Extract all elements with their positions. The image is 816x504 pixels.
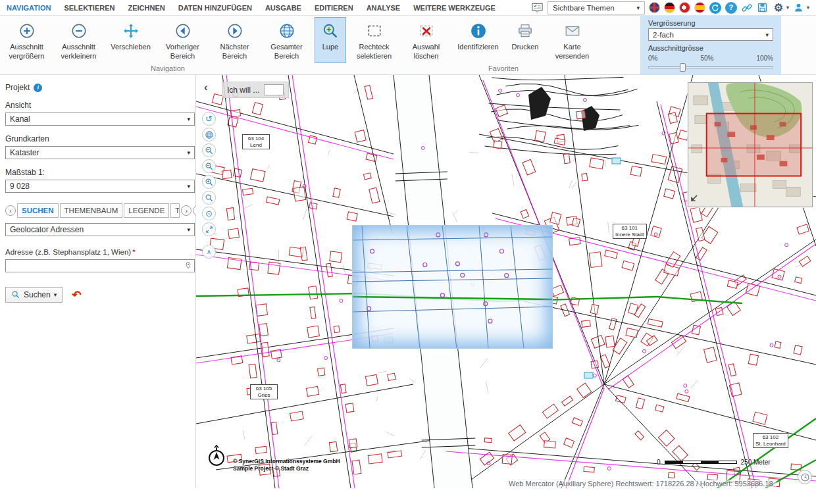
clear-selection-button[interactable]: Auswahl löschen (402, 17, 450, 63)
tab-legende[interactable]: LEGENDE (124, 203, 169, 218)
address-input[interactable] (5, 259, 195, 272)
full-extent-button[interactable]: Gesamter Bereich (263, 17, 311, 63)
scale-bar-segments (665, 461, 737, 464)
language-turkish-flag-icon[interactable] (679, 2, 690, 13)
project-header: Projekt i (5, 83, 193, 92)
tab-themenabfragen[interactable]: THEM (170, 203, 180, 218)
link-icon[interactable] (741, 2, 753, 14)
menu-tab-editieren[interactable]: EDITIEREN (315, 4, 353, 12)
expand-icon (205, 225, 214, 234)
select-rectangle-button[interactable]: Rechteck selektieren (350, 17, 398, 63)
globe-icon (278, 21, 295, 41)
language-spanish-flag-icon[interactable] (694, 2, 705, 13)
tabs-scroll-left-button[interactable]: ‹ (5, 205, 16, 216)
clear-selection-icon (418, 21, 435, 41)
chevron-down-icon: ▾ (187, 183, 190, 189)
chevron-down-icon: ▾ (636, 5, 640, 11)
menu-tab-weitere-werkzeuge[interactable]: WEITERE WERKZEUGE (413, 4, 496, 12)
magnifier-button[interactable]: Lupe (315, 17, 346, 63)
overview-toggle-icon[interactable] (690, 193, 699, 205)
left-panel: Projekt i Ansicht Kanal ▾ Grundkarten Ka… (0, 75, 196, 488)
slider-track (648, 66, 773, 68)
suchen-button[interactable]: Suchen ▾ (5, 287, 63, 303)
map-magnifier-button[interactable] (202, 191, 216, 205)
menu-tab-zeichnen[interactable]: ZEICHNEN (128, 4, 165, 12)
project-info-icon[interactable]: i (34, 84, 42, 92)
tab-suchen[interactable]: SUCHEN (17, 203, 59, 218)
tabs-scroll-right-button[interactable]: › (181, 205, 191, 216)
map-full-extent-button[interactable] (202, 128, 216, 141)
identify-info-icon (470, 21, 487, 41)
send-map-button[interactable]: Karte versenden (548, 17, 596, 63)
search-source-select[interactable]: Geolocator Adressen ▾ (5, 223, 195, 236)
zoom-in-icon (205, 178, 214, 187)
magnifier-settings-panel: Vergrösserung 2-fach ▾ Ausschnittgrösse … (640, 16, 781, 75)
tab-themenbaum[interactable]: THEMENBAUM (60, 203, 123, 218)
slider-tick-labels: 0% 50% 100% (648, 55, 773, 62)
visible-themes-dropdown[interactable]: Sichtbare Themen ▾ (548, 1, 645, 14)
print-button[interactable]: Drucken (506, 17, 544, 63)
map-zoom-out-button[interactable] (202, 143, 216, 157)
ansicht-select[interactable]: Kanal ▾ (5, 113, 195, 126)
map-zoom-in-button[interactable] (202, 175, 216, 189)
pan-icon (122, 21, 140, 41)
vergroesserung-select[interactable]: 2-fach ▾ (648, 28, 773, 41)
save-icon[interactable] (757, 2, 769, 14)
menu-tab-daten-hinzufuegen[interactable]: DATEN HINZUFÜGEN (178, 4, 252, 12)
menu-tab-selektieren[interactable]: SELEKTIEREN (64, 4, 115, 12)
language-german-flag-icon[interactable] (664, 2, 675, 13)
gear-icon[interactable]: ⚙ (773, 2, 784, 14)
user-menu-caret-icon[interactable]: ▾ (807, 5, 809, 11)
next-extent-button[interactable]: Nächster Bereich (211, 17, 259, 63)
map-center-button[interactable]: ⊙ (202, 207, 216, 220)
menu-tab-ausgabe[interactable]: AUSGABE (265, 4, 301, 12)
slider-thumb[interactable] (680, 63, 686, 72)
gear-menu-caret-icon[interactable]: ▾ (786, 5, 789, 11)
north-arrow-icon (207, 445, 226, 468)
button-label: Verschieben (111, 43, 151, 52)
ich-will-input[interactable] (264, 84, 284, 95)
help-icon[interactable]: ? (725, 2, 737, 14)
zoom-in-extent-button[interactable]: Ausschnitt vergrößern (3, 17, 51, 63)
zoom-out-icon (205, 146, 214, 155)
reset-view-button[interactable]: ↺ (202, 112, 216, 126)
reset-search-icon[interactable]: ↶ (72, 290, 81, 301)
language-english-flag-icon[interactable] (649, 2, 660, 13)
district-code: 63 101 (615, 225, 644, 232)
identify-button[interactable]: Identifizieren (454, 17, 502, 63)
search-actions: Suchen ▾ ↶ (5, 287, 193, 303)
button-label: Auswahl löschen (403, 43, 449, 61)
district-name: Innere Stadt (615, 232, 644, 238)
previous-extent-button[interactable]: Vorheriger Bereich (159, 17, 207, 63)
button-label: Ausschnitt vergrößern (4, 43, 49, 61)
menu-bar: NAVIGATION SELEKTIEREN ZEICHNEN DATEN HI… (0, 0, 816, 16)
user-icon[interactable] (793, 2, 805, 14)
collapse-sidebar-button[interactable]: ‹ (204, 82, 208, 93)
map-zoom-window-button[interactable] (202, 159, 216, 173)
ansicht-label: Ansicht (5, 101, 193, 110)
menu-tab-analyse[interactable]: ANALYSE (367, 4, 401, 12)
overview-map[interactable] (688, 82, 813, 207)
map-expand-button[interactable] (202, 222, 216, 236)
zoom-out-extent-button[interactable]: Ausschnitt verkleinern (55, 17, 103, 63)
pan-button[interactable]: Verschieben (107, 17, 155, 63)
ribbon-toolbar: Ausschnitt vergrößern Ausschnitt verklei… (0, 16, 816, 75)
grundkarten-select[interactable]: Kataster ▾ (5, 146, 195, 159)
ich-will-label: Ich will ... (227, 86, 259, 95)
chevron-down-icon: ▾ (54, 291, 57, 298)
map-scroll-up-button[interactable]: ∧ (202, 245, 216, 259)
massstab-select[interactable]: 9 028 ▾ (5, 180, 195, 193)
printer-icon (517, 21, 534, 41)
menu-tab-navigation[interactable]: NAVIGATION (7, 4, 51, 12)
ich-will-widget[interactable]: Ich will ... (222, 82, 289, 98)
sync-icon[interactable] (709, 2, 721, 14)
district-code: 63 105 (253, 386, 275, 392)
chevron-down-icon: ▾ (187, 226, 190, 233)
vergroesserung-label: Vergrösserung (648, 19, 773, 27)
history-clock-button[interactable] (798, 470, 812, 484)
district-label-gries: 63 105 Gries (250, 384, 278, 399)
ausschnittgroesse-slider[interactable] (648, 63, 773, 72)
address-pin-icon[interactable] (184, 261, 193, 272)
button-label: Vorheriger Bereich (160, 43, 205, 61)
group-label-navigation: Navigation (135, 64, 201, 72)
